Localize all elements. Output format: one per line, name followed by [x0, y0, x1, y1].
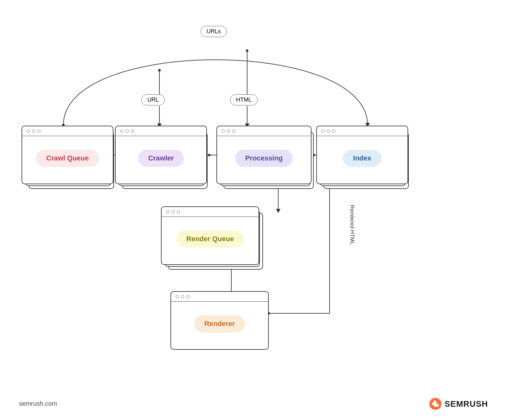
- processing-card: Processing: [216, 126, 311, 184]
- dot3: [186, 295, 189, 298]
- dot3: [131, 129, 134, 133]
- html-label: HTML: [230, 94, 258, 105]
- renderer-body: Renderer: [171, 302, 268, 346]
- renderer-titlebar: [171, 292, 268, 302]
- dot2: [181, 295, 184, 298]
- dot3: [177, 210, 180, 213]
- crawl-queue-pill: Crawl Queue: [36, 150, 99, 167]
- dot2: [327, 129, 330, 133]
- dot2: [227, 129, 230, 133]
- renderer-card: Renderer: [170, 291, 269, 350]
- dot2: [171, 210, 175, 213]
- crawler-titlebar: [116, 126, 206, 136]
- dot3: [332, 129, 335, 133]
- index-body: Index: [317, 136, 408, 180]
- svg-marker-7: [276, 209, 280, 213]
- render-queue-titlebar: [162, 207, 259, 217]
- index-pill: Index: [343, 150, 381, 167]
- crawl-queue-body: Crawl Queue: [22, 136, 113, 180]
- renderer-pill: Renderer: [194, 315, 245, 332]
- dot1: [176, 295, 179, 298]
- dot1: [166, 210, 169, 213]
- urls-label: URLs: [201, 26, 227, 37]
- processing-pill: Processing: [235, 150, 293, 167]
- footer-brand: SEMRUSH: [429, 398, 488, 410]
- dot3: [37, 129, 41, 133]
- index-titlebar: [317, 126, 408, 136]
- dot1: [120, 129, 123, 133]
- render-queue-body: Render Queue: [162, 217, 259, 261]
- dot2: [32, 129, 35, 133]
- dot1: [321, 129, 324, 133]
- semrush-icon: [429, 398, 441, 410]
- crawl-queue-titlebar: [22, 126, 113, 136]
- dot1: [221, 129, 225, 133]
- url-label: URL: [141, 94, 165, 105]
- diagram-container: URLs URL HTML Rendered HTML Crawl Queue: [0, 0, 507, 420]
- processing-body: Processing: [217, 136, 311, 180]
- crawl-queue-card: Crawl Queue: [22, 126, 113, 184]
- dot3: [232, 129, 235, 133]
- crawler-card: Crawler: [115, 126, 207, 184]
- processing-titlebar: [217, 126, 311, 136]
- svg-point-27: [208, 154, 210, 156]
- crawler-pill: Crawler: [138, 150, 184, 167]
- index-card: Index: [316, 126, 408, 184]
- footer-website: semrush.com: [19, 400, 57, 407]
- rendered-html-label: Rendered HTML: [349, 205, 355, 245]
- dot1: [27, 129, 30, 133]
- dot2: [125, 129, 129, 133]
- semrush-brand-text: SEMRUSH: [445, 399, 488, 409]
- render-queue-pill: Render Queue: [176, 230, 244, 248]
- crawler-body: Crawler: [116, 136, 206, 180]
- render-queue-card: Render Queue: [161, 206, 259, 265]
